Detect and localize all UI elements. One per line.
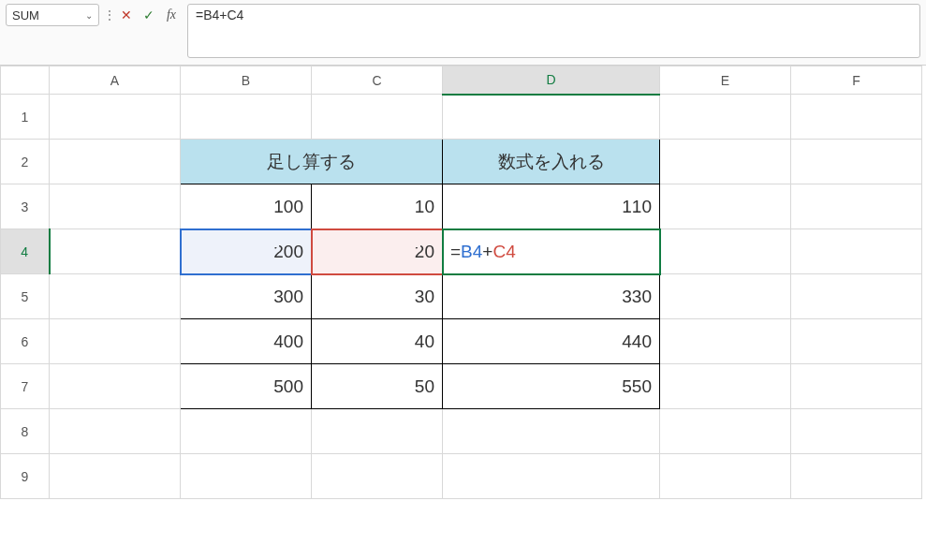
grid: A B C D E F 1 2 足し算する 数式を入れる 3 100 bbox=[0, 66, 922, 499]
cell-A7[interactable] bbox=[50, 364, 181, 409]
formula-input[interactable]: =B4+C4 bbox=[187, 4, 920, 58]
cell-D1[interactable] bbox=[443, 95, 660, 140]
cell-B5[interactable]: 300 bbox=[181, 274, 312, 319]
cell-A6[interactable] bbox=[50, 319, 181, 364]
chevron-down-icon[interactable]: ⌄ bbox=[85, 10, 93, 21]
cell-F1[interactable] bbox=[791, 95, 922, 140]
col-header-E[interactable]: E bbox=[660, 66, 791, 95]
cell-F7[interactable] bbox=[791, 364, 922, 409]
header-formula[interactable]: 数式を入れる bbox=[443, 140, 660, 184]
cell-B3[interactable]: 100 bbox=[181, 184, 312, 229]
formula-bar: SUM ⌄ ⋮ ✕ ✓ fx =B4+C4 bbox=[0, 0, 926, 66]
row-header-7[interactable]: 7 bbox=[1, 364, 50, 409]
cell-C9[interactable] bbox=[312, 454, 443, 499]
cell-F4[interactable] bbox=[791, 229, 922, 274]
cell-B4[interactable]: 200 bbox=[181, 229, 312, 274]
cell-D7[interactable]: 550 bbox=[443, 364, 660, 409]
cell-C3[interactable]: 10 bbox=[312, 184, 443, 229]
menu-icon[interactable]: ⋮ bbox=[105, 5, 114, 25]
cell-F5[interactable] bbox=[791, 274, 922, 319]
col-header-B[interactable]: B bbox=[181, 66, 312, 95]
row-header-6[interactable]: 6 bbox=[1, 319, 50, 364]
cell-C4[interactable]: 20 bbox=[312, 229, 443, 274]
cell-E7[interactable] bbox=[660, 364, 791, 409]
spreadsheet: A B C D E F 1 2 足し算する 数式を入れる 3 100 bbox=[0, 66, 926, 499]
cell-B9[interactable] bbox=[181, 454, 312, 499]
name-box-value: SUM bbox=[12, 8, 39, 22]
cell-F6[interactable] bbox=[791, 319, 922, 364]
cell-E1[interactable] bbox=[660, 95, 791, 140]
cell-E5[interactable] bbox=[660, 274, 791, 319]
header-sum[interactable]: 足し算する bbox=[181, 140, 443, 184]
row-header-9[interactable]: 9 bbox=[1, 454, 50, 499]
cell-A8[interactable] bbox=[50, 409, 181, 454]
cell-C7[interactable]: 50 bbox=[312, 364, 443, 409]
cell-A4[interactable] bbox=[50, 229, 181, 274]
formula-controls: ⋮ ✕ ✓ fx bbox=[105, 4, 182, 26]
cell-C5[interactable]: 30 bbox=[312, 274, 443, 319]
cell-A2[interactable] bbox=[50, 140, 181, 184]
cell-E2[interactable] bbox=[660, 140, 791, 184]
select-all-corner[interactable] bbox=[1, 66, 50, 95]
cell-D8[interactable] bbox=[443, 409, 660, 454]
inline-formula: =B4+C4 bbox=[450, 242, 516, 261]
cell-E6[interactable] bbox=[660, 319, 791, 364]
cell-C8[interactable] bbox=[312, 409, 443, 454]
row-header-1[interactable]: 1 bbox=[1, 95, 50, 140]
col-header-C[interactable]: C bbox=[312, 66, 443, 95]
row-header-4[interactable]: 4 bbox=[1, 229, 50, 274]
cell-F9[interactable] bbox=[791, 454, 922, 499]
name-box[interactable]: SUM ⌄ bbox=[6, 4, 99, 26]
cell-D5[interactable]: 330 bbox=[443, 274, 660, 319]
cell-B8[interactable] bbox=[181, 409, 312, 454]
cell-A1[interactable] bbox=[50, 95, 181, 140]
cell-B1[interactable] bbox=[181, 95, 312, 140]
cancel-icon[interactable]: ✕ bbox=[116, 5, 137, 25]
cell-C6[interactable]: 40 bbox=[312, 319, 443, 364]
cell-F2[interactable] bbox=[791, 140, 922, 184]
cell-E4[interactable] bbox=[660, 229, 791, 274]
row-header-5[interactable]: 5 bbox=[1, 274, 50, 319]
cell-A3[interactable] bbox=[50, 184, 181, 229]
col-header-A[interactable]: A bbox=[50, 66, 181, 95]
cell-F8[interactable] bbox=[791, 409, 922, 454]
cell-E3[interactable] bbox=[660, 184, 791, 229]
col-header-F[interactable]: F bbox=[791, 66, 922, 95]
row-header-2[interactable]: 2 bbox=[1, 140, 50, 184]
cell-E9[interactable] bbox=[660, 454, 791, 499]
cell-C1[interactable] bbox=[312, 95, 443, 140]
cell-D3[interactable]: 110 bbox=[443, 184, 660, 229]
cell-D4[interactable]: =B4+C4 bbox=[443, 229, 660, 274]
cell-D9[interactable] bbox=[443, 454, 660, 499]
row-header-8[interactable]: 8 bbox=[1, 409, 50, 454]
cell-A5[interactable] bbox=[50, 274, 181, 319]
fx-icon[interactable]: fx bbox=[161, 5, 182, 25]
cell-D6[interactable]: 440 bbox=[443, 319, 660, 364]
cell-F3[interactable] bbox=[791, 184, 922, 229]
cell-B6[interactable]: 400 bbox=[181, 319, 312, 364]
confirm-icon[interactable]: ✓ bbox=[139, 5, 159, 25]
cell-E8[interactable] bbox=[660, 409, 791, 454]
cell-B7[interactable]: 500 bbox=[181, 364, 312, 409]
cell-A9[interactable] bbox=[50, 454, 181, 499]
col-header-D[interactable]: D bbox=[443, 66, 660, 95]
row-header-3[interactable]: 3 bbox=[1, 184, 50, 229]
